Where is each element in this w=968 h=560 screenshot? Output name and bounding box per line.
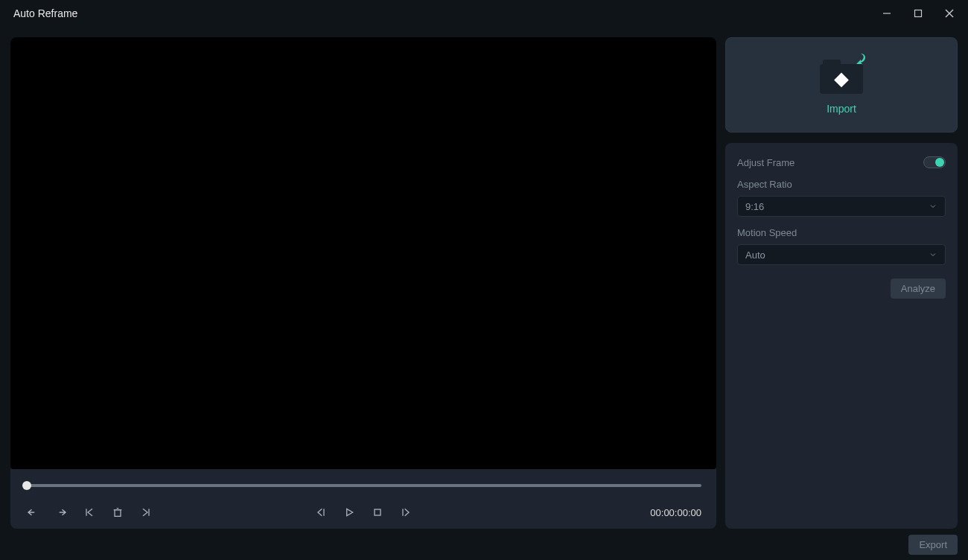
title-bar: Auto Reframe [0, 0, 968, 27]
footer-bar: Export [0, 529, 968, 560]
motion-speed-label: Motion Speed [737, 227, 946, 238]
minimize-button[interactable] [871, 0, 902, 27]
motion-speed-select[interactable]: Auto [737, 244, 946, 265]
svg-rect-1 [915, 10, 922, 17]
skip-start-icon[interactable] [82, 505, 97, 520]
motion-speed-value: Auto [745, 249, 765, 261]
import-button[interactable]: Import [725, 37, 958, 133]
video-preview [10, 37, 716, 469]
chevron-down-icon [929, 250, 937, 259]
stop-icon[interactable] [370, 505, 385, 520]
svg-rect-11 [375, 509, 380, 515]
frame-forward-icon[interactable] [398, 505, 413, 520]
aspect-ratio-label: Aspect Ratio [737, 179, 946, 190]
play-icon[interactable] [342, 505, 357, 520]
aspect-ratio-value: 9:16 [745, 201, 764, 212]
export-button[interactable]: Export [908, 535, 958, 555]
right-panel: Import Adjust Frame Aspect Ratio 9:16 Mo… [725, 37, 958, 529]
chevron-down-icon [929, 202, 937, 211]
adjust-frame-label: Adjust Frame [737, 157, 795, 168]
maximize-button[interactable] [902, 0, 934, 27]
redo-icon[interactable] [54, 505, 69, 520]
analyze-button[interactable]: Analyze [891, 279, 946, 299]
adjust-frame-toggle[interactable] [923, 156, 946, 168]
svg-marker-10 [347, 509, 353, 515]
skip-end-icon[interactable] [138, 505, 153, 520]
frame-back-icon[interactable] [313, 505, 328, 520]
svg-rect-5 [115, 510, 121, 517]
aspect-ratio-select[interactable]: 9:16 [737, 196, 946, 217]
timecode: 00:00:00:00 [650, 507, 701, 518]
settings-panel: Adjust Frame Aspect Ratio 9:16 Motion Sp… [725, 143, 958, 529]
timeline-playhead[interactable] [22, 481, 31, 490]
close-button[interactable] [934, 0, 965, 27]
window-title: Auto Reframe [13, 7, 77, 19]
toggle-knob [935, 158, 944, 167]
timeline-area: 00:00:00:00 [10, 475, 716, 529]
window-controls [871, 0, 965, 27]
preview-panel: 00:00:00:00 [10, 37, 716, 529]
import-icon [818, 55, 865, 97]
undo-icon[interactable] [25, 505, 40, 520]
timeline-track[interactable] [25, 484, 701, 487]
trash-icon[interactable] [110, 505, 125, 520]
import-label: Import [827, 103, 856, 115]
